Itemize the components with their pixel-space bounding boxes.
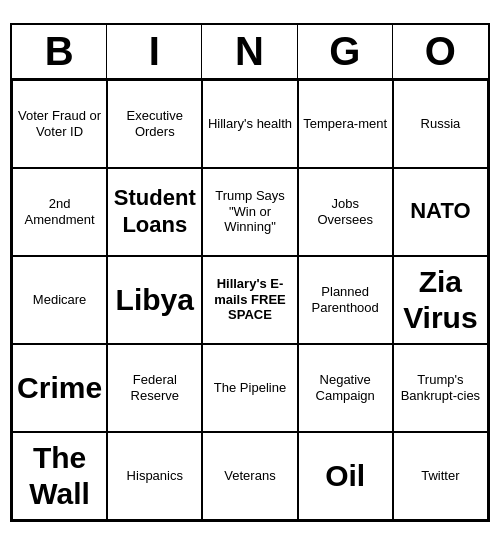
bingo-cell[interactable]: Voter Fraud or Voter ID bbox=[12, 80, 107, 168]
bingo-card: BINGO Voter Fraud or Voter IDExecutive O… bbox=[10, 23, 490, 522]
bingo-cell[interactable]: Zia Virus bbox=[393, 256, 488, 344]
bingo-cell[interactable]: The Pipeline bbox=[202, 344, 297, 432]
bingo-cell[interactable]: Medicare bbox=[12, 256, 107, 344]
header-letter: N bbox=[202, 25, 297, 78]
bingo-cell[interactable]: Student Loans bbox=[107, 168, 202, 256]
bingo-cell[interactable]: Russia bbox=[393, 80, 488, 168]
bingo-cell[interactable]: Trump's Bankrupt-cies bbox=[393, 344, 488, 432]
bingo-cell[interactable]: Jobs Oversees bbox=[298, 168, 393, 256]
bingo-cell[interactable]: Veterans bbox=[202, 432, 297, 520]
header-letter: B bbox=[12, 25, 107, 78]
bingo-header: BINGO bbox=[12, 25, 488, 80]
bingo-cell[interactable]: The Wall bbox=[12, 432, 107, 520]
bingo-cell[interactable]: Executive Orders bbox=[107, 80, 202, 168]
bingo-cell[interactable]: Tempera-ment bbox=[298, 80, 393, 168]
header-letter: O bbox=[393, 25, 488, 78]
bingo-cell[interactable]: Federal Reserve bbox=[107, 344, 202, 432]
bingo-cell[interactable]: Twitter bbox=[393, 432, 488, 520]
bingo-cell[interactable]: 2nd Amendment bbox=[12, 168, 107, 256]
header-letter: I bbox=[107, 25, 202, 78]
bingo-cell[interactable]: Hispanics bbox=[107, 432, 202, 520]
bingo-cell[interactable]: NATO bbox=[393, 168, 488, 256]
bingo-cell[interactable]: Libya bbox=[107, 256, 202, 344]
bingo-cell[interactable]: Hillary's health bbox=[202, 80, 297, 168]
bingo-cell[interactable]: Oil bbox=[298, 432, 393, 520]
bingo-grid: Voter Fraud or Voter IDExecutive OrdersH… bbox=[12, 80, 488, 520]
header-letter: G bbox=[298, 25, 393, 78]
bingo-cell[interactable]: Negative Campaign bbox=[298, 344, 393, 432]
bingo-cell[interactable]: Hillary's E-mails FREE SPACE bbox=[202, 256, 297, 344]
bingo-cell[interactable]: Crime bbox=[12, 344, 107, 432]
bingo-cell[interactable]: Planned Parenthood bbox=[298, 256, 393, 344]
bingo-cell[interactable]: Trump Says "Win or Winning" bbox=[202, 168, 297, 256]
